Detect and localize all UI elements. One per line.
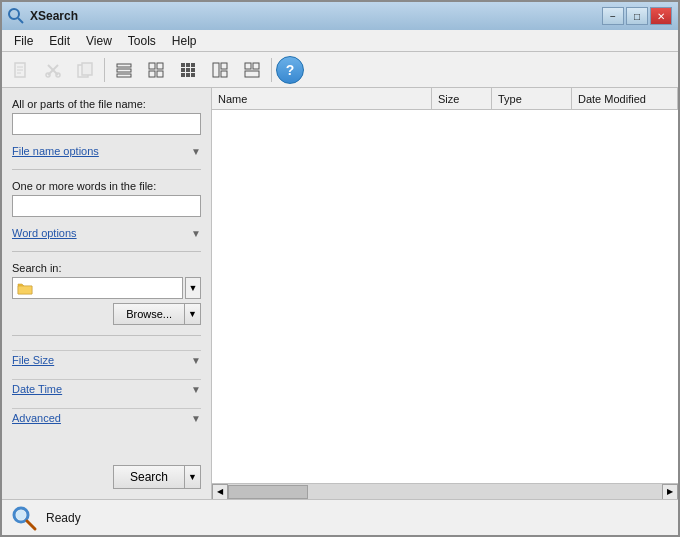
toolbar-separator-2 xyxy=(271,58,272,82)
filename-options-label[interactable]: File name options xyxy=(12,145,99,157)
toolbar-separator-1 xyxy=(104,58,105,82)
view-thumbs-button[interactable] xyxy=(205,56,235,84)
advanced-label[interactable]: Advanced xyxy=(12,412,61,424)
menu-bar: File Edit View Tools Help xyxy=(2,30,678,52)
svg-rect-16 xyxy=(157,63,163,69)
new-icon xyxy=(12,61,30,79)
svg-rect-15 xyxy=(149,63,155,69)
left-panel: All or parts of the file name: File name… xyxy=(2,88,212,499)
word-options-label[interactable]: Word options xyxy=(12,227,77,239)
svg-rect-30 xyxy=(221,71,227,77)
title-bar: XSearch − □ ✕ xyxy=(2,2,678,30)
browse-button[interactable]: Browse... xyxy=(113,303,185,325)
view-thumbs-icon xyxy=(211,61,229,79)
svg-rect-11 xyxy=(82,63,92,75)
svg-rect-20 xyxy=(186,63,190,67)
svg-rect-29 xyxy=(221,63,227,69)
column-header-type[interactable]: Type xyxy=(492,88,572,109)
file-size-header[interactable]: File Size ▼ xyxy=(12,350,201,369)
menu-help[interactable]: Help xyxy=(164,32,205,50)
column-header-name[interactable]: Name xyxy=(212,88,432,109)
divider-3 xyxy=(12,335,201,336)
scroll-left-button[interactable]: ◀ xyxy=(212,484,228,500)
date-time-header[interactable]: Date Time ▼ xyxy=(12,379,201,398)
browse-row: Browse... ▼ xyxy=(12,303,201,325)
file-size-arrow: ▼ xyxy=(191,355,201,366)
close-button[interactable]: ✕ xyxy=(650,7,672,25)
menu-tools[interactable]: Tools xyxy=(120,32,164,50)
filename-section: All or parts of the file name: xyxy=(12,98,201,135)
help-button[interactable]: ? xyxy=(276,56,304,84)
maximize-button[interactable]: □ xyxy=(626,7,648,25)
svg-rect-12 xyxy=(117,64,131,67)
results-header: Name Size Type Date Modified xyxy=(212,88,678,110)
svg-rect-17 xyxy=(149,71,155,77)
date-time-section: Date Time ▼ xyxy=(12,379,201,398)
status-text: Ready xyxy=(46,511,81,525)
word-options-row[interactable]: Word options ▼ xyxy=(12,225,201,241)
copy-icon xyxy=(76,61,94,79)
copy-button[interactable] xyxy=(70,56,100,84)
main-content: All or parts of the file name: File name… xyxy=(2,88,678,499)
advanced-section: Advanced ▼ xyxy=(12,408,201,427)
status-icon xyxy=(10,504,38,532)
search-in-section: Search in: ▼ Browse... ▼ xyxy=(12,262,201,325)
svg-line-1 xyxy=(18,18,23,23)
search-in-dropdown-row: ▼ xyxy=(12,277,201,299)
window-title: XSearch xyxy=(30,9,78,23)
view-extra-button[interactable] xyxy=(237,56,267,84)
words-input[interactable] xyxy=(12,195,201,217)
svg-rect-26 xyxy=(186,73,190,77)
right-panel: Name Size Type Date Modified ◀ ▶ xyxy=(212,88,678,499)
column-header-size[interactable]: Size xyxy=(432,88,492,109)
view-list-icon xyxy=(147,61,165,79)
view-list-button[interactable] xyxy=(141,56,171,84)
advanced-header[interactable]: Advanced ▼ xyxy=(12,408,201,427)
column-header-date[interactable]: Date Modified xyxy=(572,88,678,109)
menu-view[interactable]: View xyxy=(78,32,120,50)
file-size-label[interactable]: File Size xyxy=(12,354,54,366)
title-bar-buttons: − □ ✕ xyxy=(602,7,672,25)
status-bar: Ready xyxy=(2,499,678,535)
scroll-right-button[interactable]: ▶ xyxy=(662,484,678,500)
svg-point-0 xyxy=(9,9,19,19)
svg-rect-32 xyxy=(253,63,259,69)
scroll-track[interactable] xyxy=(228,484,662,500)
search-in-label: Search in: xyxy=(12,262,201,274)
minimize-button[interactable]: − xyxy=(602,7,624,25)
new-button[interactable] xyxy=(6,56,36,84)
status-search-icon xyxy=(10,504,38,532)
question-mark-icon: ? xyxy=(286,62,295,78)
view-details-button[interactable] xyxy=(109,56,139,84)
search-in-dropdown[interactable] xyxy=(12,277,183,299)
menu-edit[interactable]: Edit xyxy=(41,32,78,50)
results-scrollbar[interactable]: ◀ ▶ xyxy=(212,483,678,499)
cut-button[interactable] xyxy=(38,56,68,84)
date-time-arrow: ▼ xyxy=(191,384,201,395)
svg-rect-28 xyxy=(213,63,219,77)
search-arrow-button[interactable]: ▼ xyxy=(185,465,201,489)
search-button[interactable]: Search xyxy=(113,465,185,489)
title-bar-left: XSearch xyxy=(8,8,78,24)
scroll-thumb[interactable] xyxy=(228,485,308,499)
filename-options-row[interactable]: File name options ▼ xyxy=(12,143,201,159)
svg-rect-18 xyxy=(157,71,163,77)
filename-input[interactable] xyxy=(12,113,201,135)
folder-icon xyxy=(17,281,33,295)
main-window: XSearch − □ ✕ File Edit View Tools Help xyxy=(0,0,680,537)
svg-line-36 xyxy=(27,521,35,529)
svg-rect-23 xyxy=(186,68,190,72)
date-time-label[interactable]: Date Time xyxy=(12,383,62,395)
browse-arrow-button[interactable]: ▼ xyxy=(185,303,201,325)
advanced-arrow: ▼ xyxy=(191,413,201,424)
search-in-arrow[interactable]: ▼ xyxy=(185,277,201,299)
menu-file[interactable]: File xyxy=(6,32,41,50)
results-body xyxy=(212,110,678,483)
search-btn-area: Search ▼ xyxy=(12,455,201,489)
svg-rect-21 xyxy=(191,63,195,67)
toolbar: ? xyxy=(2,52,678,88)
view-icons-button[interactable] xyxy=(173,56,203,84)
filename-label: All or parts of the file name: xyxy=(12,98,201,110)
words-label: One or more words in the file: xyxy=(12,180,201,192)
app-icon xyxy=(8,8,24,24)
